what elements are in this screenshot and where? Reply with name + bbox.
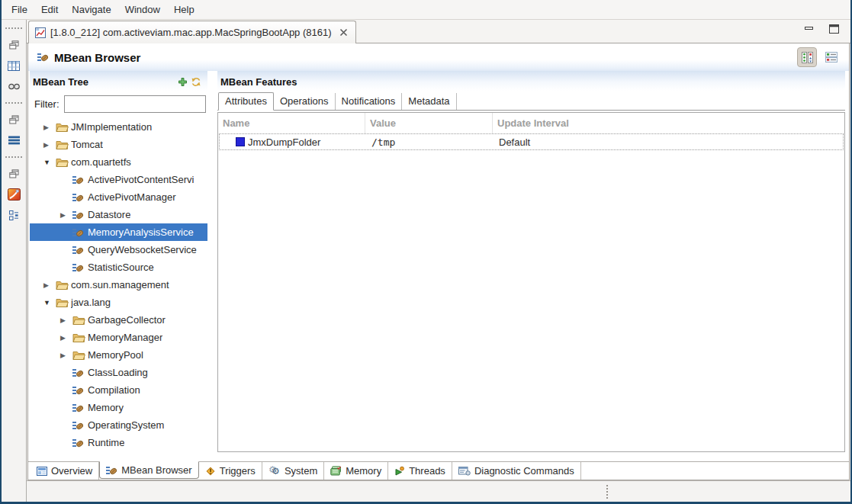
- restore-window-icon[interactable]: [7, 39, 21, 51]
- tree-layout-icon: [801, 51, 814, 64]
- table-view-icon[interactable]: [7, 59, 21, 72]
- filter-input[interactable]: [64, 95, 206, 113]
- attribute-row[interactable]: JmxDumpFolder/tmpDefault: [219, 133, 844, 150]
- attribute-update-interval: Default: [494, 136, 843, 148]
- tree-item-operatingsystem[interactable]: OperatingSystem: [30, 416, 207, 434]
- jvm-monitor-icon: [35, 27, 46, 38]
- tree-item-com-quartetfs[interactable]: ▼com.quartetfs: [30, 153, 207, 171]
- expander-collapsed-icon[interactable]: ▶: [43, 281, 56, 289]
- tree-item-java-lang[interactable]: ▼java.lang: [30, 294, 207, 311]
- mbean-icon: [72, 385, 88, 396]
- mbean-tree-section: MBean Tree Filter: ▶JMImplementation▶Tom…: [30, 71, 207, 461]
- outline-icon[interactable]: [7, 209, 21, 221]
- column-header-name[interactable]: Name: [218, 113, 365, 133]
- expander-collapsed-icon[interactable]: ▶: [60, 352, 72, 359]
- expander-collapsed-icon[interactable]: ▶: [60, 334, 72, 342]
- add-mbean-button[interactable]: [175, 76, 189, 88]
- expander-collapsed-icon[interactable]: ▶: [60, 316, 72, 324]
- feature-tab-notifications[interactable]: Notifications: [336, 93, 403, 110]
- folder-icon: [56, 140, 71, 149]
- bottom-tab-system[interactable]: ⚙⚙System: [262, 462, 324, 480]
- menu-help[interactable]: Help: [167, 1, 201, 18]
- tree-item-memoryanalysisservice[interactable]: MemoryAnalysisService: [30, 223, 207, 241]
- form-header: MBean Browser: [28, 43, 849, 71]
- tree-item-jmimplementation[interactable]: ▶JMImplementation: [30, 118, 207, 136]
- expander-expanded-icon[interactable]: ▼: [43, 299, 56, 307]
- add-icon: [178, 77, 188, 87]
- editor-tab[interactable]: [1.8.0_212] com.activeviam.mac.app.MacSp…: [28, 21, 356, 43]
- mbean-icon: [72, 245, 88, 255]
- column-header-update-interval[interactable]: Update Interval: [493, 113, 844, 133]
- mbean-icon: [72, 210, 88, 220]
- tree-item-label: GarbageCollector: [88, 314, 166, 326]
- menu-navigate[interactable]: Navigate: [65, 1, 117, 18]
- tree-item-com-sun-management[interactable]: ▶com.sun.management: [30, 276, 207, 294]
- tree-item-label: ClassLoading: [88, 367, 148, 378]
- toolbar-separator-handle[interactable]: [5, 156, 22, 158]
- tree-item-compilation[interactable]: Compilation: [30, 381, 207, 399]
- menu-file[interactable]: File: [5, 1, 34, 18]
- page-title: MBean Browser: [54, 51, 140, 64]
- bottom-tab-mbean-browser[interactable]: MBean Browser: [99, 461, 198, 479]
- bottom-tab-threads[interactable]: Threads: [388, 462, 452, 480]
- restore-window-icon[interactable]: [7, 168, 21, 180]
- tree-item-label: MemoryPool: [88, 349, 143, 361]
- stacked-lines-icon[interactable]: [7, 134, 21, 146]
- expander-expanded-icon[interactable]: ▼: [43, 159, 56, 166]
- tree-item-garbagecollector[interactable]: ▶GarbageCollector: [30, 311, 207, 329]
- mbean-icon: [72, 420, 88, 431]
- mbean-icon: [72, 175, 88, 185]
- folder-icon: [72, 332, 88, 342]
- overview-icon: [37, 467, 47, 476]
- folder-icon: [72, 315, 88, 325]
- bottom-tab-label: Memory: [346, 465, 381, 477]
- bottom-tab-triggers[interactable]: Triggers: [199, 462, 262, 480]
- tree-item-activepivotcontentservi[interactable]: ActivePivotContentServi: [30, 171, 207, 188]
- close-icon[interactable]: [339, 28, 348, 37]
- tree-item-memorymanager[interactable]: ▶MemoryManager: [30, 329, 207, 346]
- toolbar-separator-handle[interactable]: [5, 27, 22, 29]
- menubar: FileEditNavigateWindowHelp: [2, 0, 850, 20]
- diagnostic-commands-icon: [458, 466, 471, 476]
- folder-icon: [56, 297, 71, 307]
- mbean-tree-title: MBean Tree: [33, 76, 88, 88]
- threads-icon: [394, 466, 405, 476]
- menu-window[interactable]: Window: [118, 1, 167, 18]
- statusbar-drag-handle[interactable]: [606, 485, 609, 499]
- tree-item-runtime[interactable]: Runtime: [30, 434, 207, 451]
- tree-item-datastore[interactable]: ▶Datastore: [30, 206, 207, 223]
- tree-item-statisticsource[interactable]: StatisticSource: [30, 258, 207, 276]
- tree-item-memorypool[interactable]: ▶MemoryPool: [30, 346, 207, 364]
- minimize-icon[interactable]: [803, 24, 815, 34]
- column-header-value[interactable]: Value: [365, 113, 493, 133]
- jmc-icon[interactable]: [7, 188, 21, 201]
- editor-tabbar: [1.8.0_212] com.activeviam.mac.app.MacSp…: [27, 20, 850, 43]
- maximize-icon[interactable]: [828, 24, 840, 34]
- bottom-tab-label: Diagnostic Commands: [474, 465, 574, 477]
- tree-item-classloading[interactable]: ClassLoading: [30, 364, 207, 381]
- tree-item-tomcat[interactable]: ▶Tomcat: [30, 136, 207, 153]
- bottom-tab-overview[interactable]: Overview: [31, 462, 99, 480]
- expander-collapsed-icon[interactable]: ▶: [43, 124, 56, 131]
- tree-item-memory[interactable]: Memory: [30, 399, 207, 416]
- menu-edit[interactable]: Edit: [34, 1, 65, 18]
- bottom-tab-memory[interactable]: Memory: [324, 462, 388, 480]
- view-controls: [803, 24, 840, 34]
- flat-layout-button[interactable]: [821, 47, 841, 67]
- feature-tab-operations[interactable]: Operations: [274, 93, 336, 110]
- tree-item-activepivotmanager[interactable]: ActivePivotManager: [30, 188, 207, 206]
- bottom-tab-diagnostic-commands[interactable]: Diagnostic Commands: [452, 462, 581, 480]
- feature-tab-metadata[interactable]: Metadata: [402, 93, 456, 110]
- mbean-features-title: MBean Features: [220, 76, 297, 88]
- expander-collapsed-icon[interactable]: ▶: [60, 211, 72, 219]
- console-icon[interactable]: [7, 80, 21, 92]
- expander-collapsed-icon[interactable]: ▶: [43, 141, 56, 149]
- restore-window-icon[interactable]: [7, 114, 21, 126]
- refresh-button[interactable]: [189, 76, 203, 88]
- flat-layout-icon: [825, 52, 838, 63]
- mbean-tree: ▶JMImplementation▶Tomcat▼com.quartetfsAc…: [30, 117, 207, 461]
- tree-item-querywebsocketservice[interactable]: QueryWebsocketService: [30, 241, 207, 258]
- tree-layout-button[interactable]: [797, 47, 817, 67]
- toolbar-separator-handle[interactable]: [5, 102, 22, 104]
- feature-tab-attributes[interactable]: Attributes: [218, 92, 274, 111]
